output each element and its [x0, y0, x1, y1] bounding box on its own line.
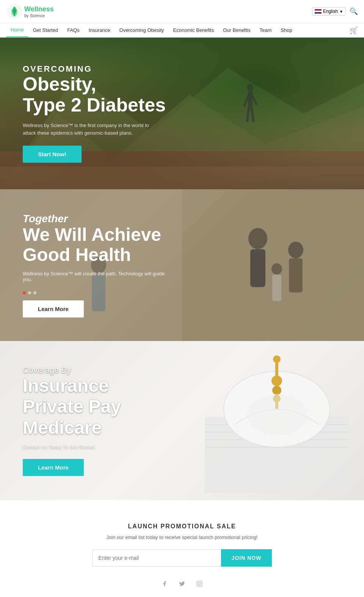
logo-wellness: Wellness — [24, 5, 54, 13]
insurance-coverage-text: Coverage By — [23, 365, 121, 375]
hero-title-line1: Obesity, — [23, 74, 96, 95]
insurance-subtitle: Contact Us Today To Get Started — [23, 444, 121, 450]
svg-rect-21 — [272, 275, 281, 301]
logo-byscience: by Science — [24, 13, 54, 18]
hero-person-silhouette — [243, 83, 258, 129]
logo[interactable]: Wellness by Science — [6, 3, 54, 20]
nav-home[interactable]: Home — [6, 23, 28, 37]
svg-rect-19 — [289, 258, 303, 292]
join-button[interactable]: JOIN NOW — [221, 549, 272, 567]
hero-subtitle: Wellness by Science™ is the first compan… — [23, 122, 152, 137]
instagram-icon[interactable] — [194, 578, 205, 589]
svg-line-9 — [244, 96, 248, 106]
nav-team[interactable]: Team — [255, 24, 276, 37]
svg-point-7 — [247, 84, 253, 91]
health-title-line2: Good Health — [23, 245, 131, 265]
health-cta-button[interactable]: Learn More — [23, 300, 84, 317]
hero-content: OVERCOMING Obesity, Type 2 Diabetes Well… — [0, 49, 188, 178]
svg-point-20 — [271, 263, 282, 275]
svg-point-37 — [246, 394, 307, 436]
insurance-section: Coverage By Insurance Private Pay Medica… — [0, 341, 364, 500]
site-header: Wellness by Science English ▼ 🔍 — [0, 0, 364, 23]
hero-title: Obesity, Type 2 Diabetes — [23, 74, 166, 116]
nav-get-started[interactable]: Get Started — [28, 24, 63, 37]
header-right: English ▼ 🔍 — [312, 7, 358, 16]
health-title-line1: We Will Achieve — [23, 225, 161, 245]
flag-icon — [315, 9, 322, 14]
search-button[interactable]: 🔍 — [350, 7, 358, 16]
health-content: Together We Will Achieve Good Health Wel… — [0, 198, 190, 333]
nav-our-benefits[interactable]: Our Benefits — [218, 24, 255, 37]
svg-rect-17 — [250, 249, 265, 287]
insurance-content: Coverage By Insurance Private Pay Medica… — [0, 350, 144, 491]
nav-insurance[interactable]: Insurance — [84, 24, 115, 37]
hero-section: OVERCOMING Obesity, Type 2 Diabetes Well… — [0, 38, 364, 189]
dome-decoration — [205, 349, 349, 493]
social-icons — [8, 578, 356, 589]
nav-economic-benefits[interactable]: Economic Benefits — [169, 24, 219, 37]
svg-point-18 — [288, 242, 303, 258]
svg-point-34 — [271, 375, 282, 386]
svg-line-10 — [253, 96, 256, 104]
chevron-down-icon: ▼ — [339, 9, 343, 14]
health-subtitle: Wellness by Science™ will create the pat… — [23, 271, 167, 282]
nav-faqs[interactable]: FAQs — [63, 24, 84, 37]
lang-label: English — [323, 9, 338, 14]
insurance-title-line3: Medicare — [23, 418, 102, 438]
health-title: We Will Achieve Good Health — [23, 225, 167, 265]
facebook-icon[interactable] — [159, 578, 170, 589]
insurance-title-line2: Private Pay — [23, 396, 121, 416]
twitter-icon[interactable] — [176, 578, 188, 589]
insurance-title-line1: Insurance — [23, 375, 109, 396]
nav-shop[interactable]: Shop — [276, 24, 297, 37]
promo-title: LAUNCH PROMOTIONAL SALE — [8, 523, 356, 530]
health-section: Together We Will Achieve Good Health Wel… — [0, 189, 364, 341]
promo-section: LAUNCH PROMOTIONAL SALE Join our email l… — [0, 500, 364, 597]
promo-form: JOIN NOW — [8, 549, 356, 567]
hero-overcoming-text: OVERCOMING — [23, 64, 166, 74]
hero-cta-button[interactable]: Start Now! — [23, 146, 82, 163]
svg-point-35 — [272, 386, 281, 395]
cart-icon[interactable]: 🛒 — [350, 26, 358, 35]
hero-title-line2: Type 2 Diabetes — [23, 94, 166, 116]
promo-subtitle: Join our email list today to receive spe… — [8, 534, 356, 540]
svg-rect-8 — [248, 91, 253, 108]
email-input[interactable] — [92, 549, 221, 567]
slider-dots — [23, 291, 167, 294]
svg-point-16 — [248, 228, 267, 249]
language-selector[interactable]: English ▼ — [312, 7, 346, 16]
svg-line-11 — [247, 108, 249, 121]
dot-3[interactable] — [33, 291, 36, 294]
svg-point-1 — [13, 7, 16, 9]
main-nav: Home Get Started FAQs Insurance Overcomi… — [0, 23, 364, 38]
insurance-cta-button[interactable]: Learn More — [23, 459, 84, 476]
dot-1[interactable] — [23, 291, 26, 294]
insurance-title: Insurance Private Pay Medicare — [23, 375, 121, 438]
health-together-text: Together — [23, 213, 167, 225]
nav-overcoming-obesity[interactable]: Overcoming Obesity — [115, 24, 169, 37]
svg-point-33 — [273, 355, 281, 363]
dot-2[interactable] — [28, 291, 31, 294]
svg-rect-38 — [197, 581, 202, 586]
svg-line-12 — [252, 108, 253, 121]
